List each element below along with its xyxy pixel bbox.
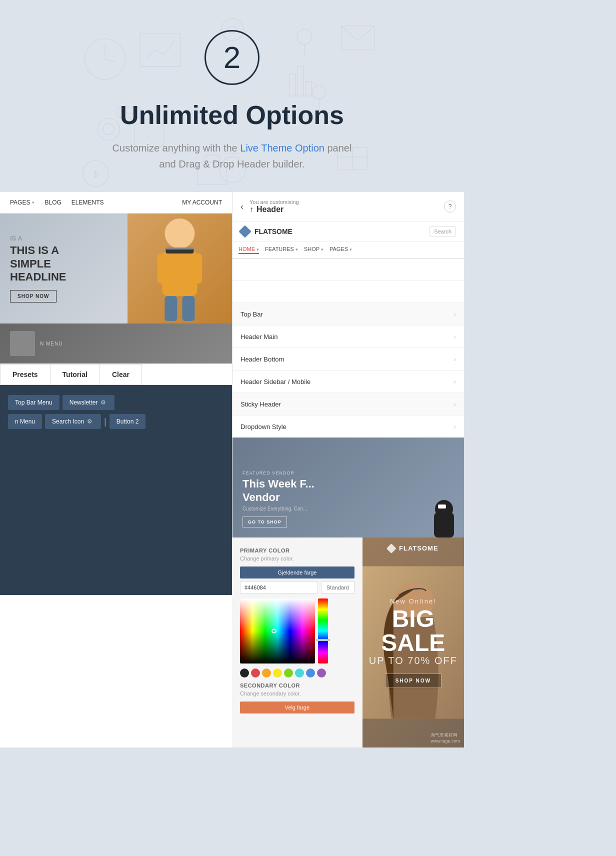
svg-rect-11 [298,66,304,96]
svg-point-13 [312,86,326,99]
swatch-purple[interactable] [317,668,326,678]
flatsome-bar: FLATSOME Search [232,222,464,242]
go-to-shop-button[interactable]: GO TO SHOP [242,516,287,528]
tutorial-button[interactable]: Tutorial [50,364,100,385]
color-cursor [272,628,276,634]
person-image [128,214,232,324]
newsletter-chip[interactable]: Newsletter ⚙ [62,395,115,410]
nav-bar: PAGES ▾ BLOG ELEMENTS MY ACCOUNT [0,192,232,214]
hero-section: NEW $ [0,0,464,192]
presets-button[interactable]: Presets [0,364,50,385]
header-sidebar-label: Header Sidebar / Mobile [240,378,310,386]
swatch-red[interactable] [251,668,260,678]
ninja-body [434,512,454,538]
watermark: 淘气哥素材网www.tage.com [430,732,460,744]
featured-label: FEATURED VENDOR [242,470,454,476]
nav-home[interactable]: HOME ▾ [238,246,259,254]
button-2-chip[interactable]: Button 2 [110,414,146,429]
secondary-color-section: SECONDARY COLOR Change secondary color. … [240,682,354,714]
search-icon-chip[interactable]: Search Icon ⚙ [45,414,101,429]
subtitle-highlight: Live Theme Option [240,142,324,154]
svg-point-25 [165,218,195,248]
drag-row-2: n Menu Search Icon ⚙ | Button 2 [8,414,224,429]
swatch-yellow[interactable] [273,668,282,678]
secondary-color-title: SECONDARY COLOR [240,682,354,688]
hero-subtitle: Customize anything with the Live Theme O… [82,140,382,172]
swatch-orange[interactable] [262,668,271,678]
nav-features[interactable]: FEATURES ▾ [265,246,298,254]
nav-item-myaccount[interactable]: MY ACCOUNT [182,199,222,206]
partial-banner: IS A THIS IS ASIMPLEHEADLINE SHOP NOW [0,214,128,324]
swatch-teal[interactable] [295,668,304,678]
gear-icon: ⚙ [100,399,108,406]
svg-rect-27 [158,254,170,284]
ninja-eye [438,504,446,508]
newsletter-label: Newsletter [70,399,98,406]
shop-now-button[interactable]: SHOP NOW [10,290,56,302]
shop-now-big-sale-button[interactable]: SHOP NOW [385,674,442,688]
customizer-item-header-sidebar[interactable]: Header Sidebar / Mobile › [232,370,464,393]
swatch-green[interactable] [284,668,293,678]
customizer-panel: ‹ You are customising ↑ Header ? [232,192,464,538]
discount-text: UP TO 70% OFF [362,655,464,666]
swatches-row [240,668,354,678]
customizer-item-sticky[interactable]: Sticky Header › [232,393,464,416]
ninja-character [429,498,459,538]
right-panel: ‹ You are customising ↑ Header ? [232,192,464,748]
arrow-up-icon: ↑ [250,205,254,214]
swatch-black[interactable] [240,668,249,678]
flatsome-nav: HOME ▾ FEATURES ▾ SHOP ▾ PAGES ▾ [232,242,464,259]
customizer-info: You are customising ↑ Header [250,199,438,214]
back-button[interactable]: ‹ [240,202,244,212]
button-2-label: Button 2 [116,418,139,425]
svg-rect-12 [306,81,312,96]
color-inputs-row: Standard [240,582,354,594]
drag-row-1: Top Bar Menu Newsletter ⚙ [8,395,224,410]
customizer-item-topbar[interactable]: Top Bar › [232,303,464,326]
hue-slider[interactable] [318,598,328,664]
swatch-blue[interactable] [306,668,315,678]
n-menu-chip[interactable]: n Menu [8,414,42,429]
bottom-right-grid: PRIMARY COLOR Change primary color. Gjel… [232,538,464,748]
topbar-chevron-icon: › [454,310,456,318]
help-icon-text: ? [448,203,452,210]
nav-item-elements[interactable]: ELEMENTS [72,199,104,206]
person-thumbnail [10,331,35,356]
partial-text-1: IS A [10,234,118,242]
customizer-item-empty-1[interactable] [232,259,464,281]
svg-rect-32 [166,248,194,250]
svg-rect-3 [140,33,180,66]
flatsome-logo-text: FLATSOME [254,228,292,236]
customizer-item-header-bottom[interactable]: Header Bottom › [232,348,464,370]
customizer-item-header-main[interactable]: Header Main › [232,326,464,348]
color-spectrum[interactable] [240,598,315,664]
header-sidebar-chevron-icon: › [454,378,456,386]
hero-title: Unlimited Options [20,100,444,130]
back-icon: ‹ [240,202,244,212]
nav-shop[interactable]: SHOP ▾ [304,246,324,254]
customizer-item-empty-2[interactable] [232,281,464,303]
secondary-color-bar[interactable]: Velg farge [240,702,354,714]
clear-button[interactable]: Clear [100,364,142,385]
banner-label: N MENU [40,341,62,346]
dropdown-style-label: Dropdown Style [240,423,286,430]
flatsome-logo-overlay: FLATSOME [388,544,438,552]
dropdown-chevron-icon: › [454,422,456,430]
nav-item-pages[interactable]: PAGES ▾ [10,199,34,206]
nav-item-blog[interactable]: BLOG [44,199,61,206]
header-main-chevron-icon: › [454,332,456,340]
drag-divider: | [104,416,106,427]
svg-line-2 [105,59,116,62]
customizer-item-dropdown[interactable]: Dropdown Style › [232,416,464,438]
help-icon[interactable]: ? [444,200,456,212]
subtitle-start: Customize anything with the [112,142,240,154]
svg-rect-10 [290,74,296,96]
featured-desc: Customize Everything. Con... [242,506,454,512]
svg-rect-30 [182,296,195,321]
standard-button[interactable]: Standard [321,582,354,594]
header-bottom-label: Header Bottom [240,356,284,363]
secondary-color-desc: Change secondary color. [240,690,354,696]
hex-input[interactable] [240,582,318,594]
top-bar-menu-chip[interactable]: Top Bar Menu [8,395,60,410]
nav-pages[interactable]: PAGES ▾ [330,246,352,254]
